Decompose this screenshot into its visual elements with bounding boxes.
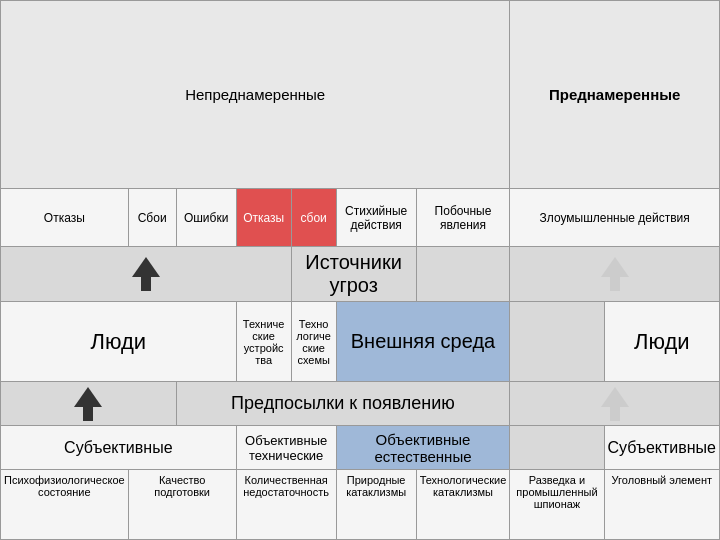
subheader-sboi2: сбои [291, 189, 336, 247]
people-left: Люди [1, 302, 237, 382]
detail-quality: Качество подготовки [128, 470, 236, 540]
row3-spacer [510, 426, 604, 470]
subjective-left: Субъективные [1, 426, 237, 470]
arrow-sources-right [510, 247, 720, 302]
subheader-otkazy2: Отказы [236, 189, 291, 247]
people-right: Люди [604, 302, 719, 382]
header-intentional: Преднамеренные [510, 1, 720, 189]
objective-nat: Объективные естественные [336, 426, 510, 470]
detail-tech-cat: Технологические катаклизмы [416, 470, 510, 540]
subheader-otkazy1: Отказы [1, 189, 129, 247]
arrow-prereq-left [1, 382, 177, 426]
tech-devices: Техниче ские устройс тва [236, 302, 291, 382]
objective-tech: Объективные технические [236, 426, 336, 470]
subjective-right: Субъективные [604, 426, 719, 470]
prereq-label: Предпосылки к появлению [176, 382, 510, 426]
subheader-stihiynye: Стихийные действия [336, 189, 416, 247]
header-unintentional: Непреднамеренные [1, 1, 510, 189]
subheader-zloushmyshlennye: Злоумышленные действия [510, 189, 720, 247]
subheader-oshibki: Ошибки [176, 189, 236, 247]
detail-intel: Разведка и промышленный шпионаж [510, 470, 604, 540]
sources-spacer2 [510, 302, 604, 382]
subheader-pobochnye: Побочные явления [416, 189, 510, 247]
detail-criminal: Уголовный элемент [604, 470, 719, 540]
external-env: Внешняя среда [336, 302, 510, 382]
sources-spacer1 [416, 247, 510, 302]
arrow-sources-left [1, 247, 292, 302]
detail-quantity: Количественная недостаточность [236, 470, 336, 540]
subheader-sboi: Сбои [128, 189, 176, 247]
detail-psycho: Психофизиологическое состояние [1, 470, 129, 540]
arrow-prereq-right [510, 382, 720, 426]
sources-label: Источники угроз [291, 247, 416, 302]
tech-schemes: Техно логиче ские схемы [291, 302, 336, 382]
detail-natural: Природные катаклизмы [336, 470, 416, 540]
